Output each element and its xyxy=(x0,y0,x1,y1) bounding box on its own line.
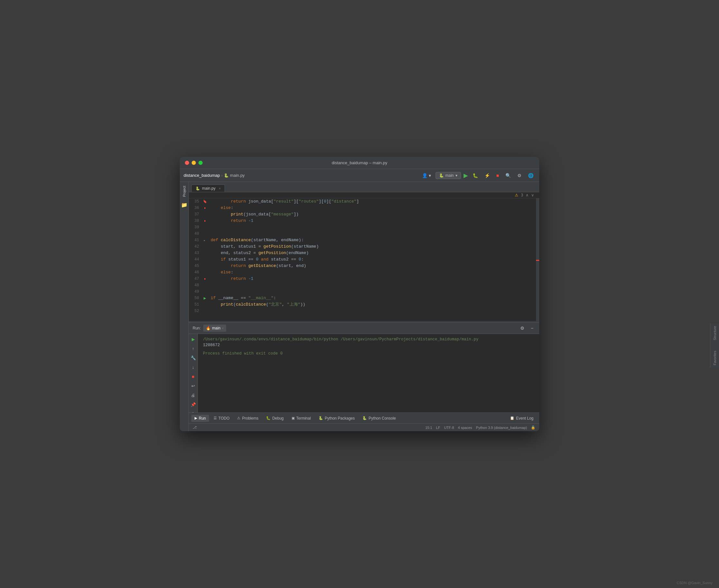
warning-icon: ⚠ xyxy=(515,193,518,197)
pin-btn[interactable]: 📌 xyxy=(190,401,197,408)
status-left: ⎇ xyxy=(193,425,197,429)
event-log-icon: 📋 xyxy=(510,416,514,420)
cursor-position[interactable]: 15:1 xyxy=(425,426,432,429)
run-panel-settings: ⚙ − xyxy=(518,324,535,332)
tab-python-packages[interactable]: 🐍 Python Packages xyxy=(315,415,358,422)
tab-run[interactable]: ▶ Run xyxy=(191,415,209,422)
stop-run-btn[interactable]: ■ xyxy=(190,373,197,380)
print-btn[interactable]: 🖨 xyxy=(190,392,197,399)
encoding[interactable]: UTF-8 xyxy=(444,426,454,429)
file-name-breadcrumb[interactable]: main.py xyxy=(230,173,245,178)
ln-50: 50 xyxy=(189,295,202,301)
ln-47: 47 xyxy=(189,276,202,282)
maximize-button[interactable] xyxy=(199,161,203,165)
ln-48: 48 xyxy=(189,282,202,289)
tab-python-console[interactable]: 🐍 Python Console xyxy=(359,415,399,422)
gc-46 xyxy=(202,269,208,276)
settings-button[interactable]: ⚙ xyxy=(515,172,523,180)
vcs-button[interactable]: 👤 ▾ xyxy=(420,172,433,180)
run-config-dropdown[interactable]: 🐍 main ▾ xyxy=(435,172,461,179)
soft-wrap-btn[interactable]: ↩ xyxy=(190,382,197,389)
indent[interactable]: 4 spaces xyxy=(458,426,472,429)
run-settings-btn[interactable]: ⚙ xyxy=(518,324,526,332)
run-minimize-btn[interactable]: − xyxy=(529,324,535,332)
event-log-label: Event Log xyxy=(516,416,533,421)
code-line-48 xyxy=(211,282,533,289)
watermark: CSDN @Gavin_Sunny xyxy=(677,581,713,585)
nav-up[interactable]: ∧ xyxy=(526,193,529,197)
fold-arrow-41[interactable]: ▸ xyxy=(204,238,206,243)
nav-down[interactable]: ∨ xyxy=(531,193,534,197)
python-console-icon: 🐍 xyxy=(363,416,367,420)
code-line-52 xyxy=(211,308,533,314)
tab-todo[interactable]: ☰ TODO xyxy=(210,415,232,422)
right-scrollbar[interactable] xyxy=(536,198,539,321)
tab-debug[interactable]: 🐛 Debug xyxy=(263,415,287,422)
tab-problems[interactable]: ⚠ Problems xyxy=(234,415,262,422)
run-line-icon-50[interactable]: ▶ xyxy=(204,296,206,301)
gc-35: 🔖 xyxy=(202,198,208,205)
python-packages-label: Python Packages xyxy=(325,416,355,421)
tab-terminal[interactable]: ▣ Terminal xyxy=(288,415,314,422)
scroll-up-btn[interactable]: ↑ xyxy=(190,345,197,352)
toolbar: distance_baidumap › 🐍 main.py 👤 ▾ 🐍 main… xyxy=(180,169,539,182)
file-tab-main[interactable]: 🐍 main.py × xyxy=(191,185,225,192)
main-window: distance_baidumap – main.py distance_bai… xyxy=(180,157,539,431)
gc-38: ● xyxy=(202,218,208,224)
code-line-36: else: xyxy=(211,205,533,211)
line-separator[interactable]: LF xyxy=(436,426,440,429)
editor-container: 🐍 main.py × ⚠ 3 ∧ ∨ 35 36 3 xyxy=(189,182,539,431)
problems-label: Problems xyxy=(242,416,258,421)
ln-44: 44 xyxy=(189,256,202,263)
interpreter[interactable]: Python 3.9 (distance_baidumap) xyxy=(476,426,527,429)
close-button[interactable] xyxy=(185,161,189,165)
ln-45: 45 xyxy=(189,263,202,269)
run-again-btn[interactable]: ▶ xyxy=(190,336,197,343)
run-button[interactable]: ▶ xyxy=(464,172,468,179)
run-tab-close[interactable]: × xyxy=(222,327,224,330)
search-button[interactable]: 🔍 xyxy=(504,172,513,180)
tab-event-log[interactable]: 📋 Event Log xyxy=(507,415,537,422)
git-branch[interactable]: ⎇ xyxy=(193,425,197,429)
ln-37: 37 xyxy=(189,211,202,218)
ln-46: 46 xyxy=(189,269,202,276)
ln-38: 38 xyxy=(189,218,202,224)
gutter: 🔖 ● ● ▸ ● xyxy=(202,198,208,321)
stop-button[interactable]: ■ xyxy=(494,172,501,180)
coverage-button[interactable]: ⚡ xyxy=(482,172,492,180)
line-numbers: 35 36 37 38 39 40 41 42 43 44 45 46 47 4… xyxy=(189,198,202,321)
ln-52: 52 xyxy=(189,308,202,314)
run-panel: Run: 🔥 main × ⚙ − ▶ ↑ xyxy=(189,322,539,413)
editor-topbar: ⚠ 3 ∧ ∨ xyxy=(189,192,539,198)
ln-49: 49 xyxy=(189,289,202,295)
minimize-button[interactable] xyxy=(192,161,196,165)
tab-close-btn[interactable]: × xyxy=(219,186,221,190)
code-editor[interactable]: 35 36 37 38 39 40 41 42 43 44 45 46 47 4… xyxy=(189,198,539,321)
ln-40: 40 xyxy=(189,231,202,237)
terminal-label: Terminal xyxy=(296,416,311,421)
debug-button[interactable]: 🐛 xyxy=(471,172,480,180)
code-content[interactable]: return json_data["result"]["routes"][0][… xyxy=(208,198,536,321)
browser-button[interactable]: 🌐 xyxy=(526,172,535,180)
code-line-39 xyxy=(211,224,533,231)
wrench-btn[interactable]: 🔧 xyxy=(190,355,197,361)
warning-count: 3 xyxy=(521,193,523,197)
code-line-42: start, status1 = getPosition(startName) xyxy=(211,244,533,250)
python-packages-icon: 🐍 xyxy=(319,416,323,420)
ln-51: 51 xyxy=(189,301,202,308)
gc-36: ● xyxy=(202,205,208,211)
gc-42 xyxy=(202,244,208,250)
folder-icon[interactable]: 📁 xyxy=(181,202,187,208)
project-name[interactable]: distance_baidumap xyxy=(184,173,220,178)
breakpoint-36: ● xyxy=(204,206,206,210)
status-right: 15:1 LF UTF-8 4 spaces Python 3.9 (dista… xyxy=(425,425,535,429)
sidebar-item-project[interactable]: Project xyxy=(182,183,186,199)
tab-filename: main.py xyxy=(202,186,215,191)
run-exit-line: Process finished with exit code 0 xyxy=(203,351,534,356)
gc-47: ● xyxy=(202,276,208,282)
run-result-line: 1208672 xyxy=(203,343,534,348)
run-tab-main[interactable]: 🔥 main × xyxy=(203,324,226,332)
bottom-tabs: ▶ Run ☰ TODO ⚠ Problems 🐛 Debug ▣ Ter xyxy=(189,413,539,423)
scroll-down-btn[interactable]: ↓ xyxy=(190,364,197,371)
code-line-37: print(json_data["message"]) xyxy=(211,211,533,218)
